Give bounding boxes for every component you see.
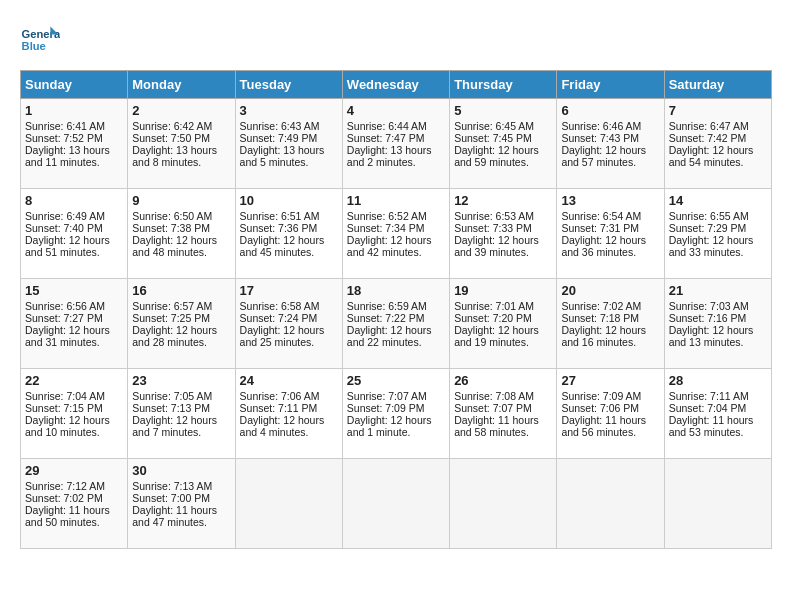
day-cell-6: 6Sunrise: 6:46 AMSunset: 7:43 PMDaylight… [557, 99, 664, 189]
day-number: 27 [561, 373, 659, 388]
daylight-label: Daylight: 13 hours and 8 minutes. [132, 144, 217, 168]
day-number: 24 [240, 373, 338, 388]
sunset-label: Sunset: 7:06 PM [561, 402, 639, 414]
daylight-label: Daylight: 12 hours and 42 minutes. [347, 234, 432, 258]
day-cell-24: 24Sunrise: 7:06 AMSunset: 7:11 PMDayligh… [235, 369, 342, 459]
day-number: 14 [669, 193, 767, 208]
logo: General Blue [20, 20, 66, 60]
empty-cell [342, 459, 449, 549]
day-cell-1: 1Sunrise: 6:41 AMSunset: 7:52 PMDaylight… [21, 99, 128, 189]
sunset-label: Sunset: 7:43 PM [561, 132, 639, 144]
day-number: 4 [347, 103, 445, 118]
daylight-label: Daylight: 12 hours and 25 minutes. [240, 324, 325, 348]
day-cell-23: 23Sunrise: 7:05 AMSunset: 7:13 PMDayligh… [128, 369, 235, 459]
day-number: 21 [669, 283, 767, 298]
empty-cell [557, 459, 664, 549]
day-number: 11 [347, 193, 445, 208]
day-number: 26 [454, 373, 552, 388]
day-cell-9: 9Sunrise: 6:50 AMSunset: 7:38 PMDaylight… [128, 189, 235, 279]
sunrise-label: Sunrise: 7:07 AM [347, 390, 427, 402]
daylight-label: Daylight: 12 hours and 39 minutes. [454, 234, 539, 258]
day-cell-26: 26Sunrise: 7:08 AMSunset: 7:07 PMDayligh… [450, 369, 557, 459]
daylight-label: Daylight: 12 hours and 10 minutes. [25, 414, 110, 438]
day-number: 20 [561, 283, 659, 298]
day-cell-7: 7Sunrise: 6:47 AMSunset: 7:42 PMDaylight… [664, 99, 771, 189]
header: General Blue [20, 20, 772, 60]
day-cell-19: 19Sunrise: 7:01 AMSunset: 7:20 PMDayligh… [450, 279, 557, 369]
daylight-label: Daylight: 11 hours and 56 minutes. [561, 414, 646, 438]
daylight-label: Daylight: 13 hours and 11 minutes. [25, 144, 110, 168]
day-number: 12 [454, 193, 552, 208]
day-number: 1 [25, 103, 123, 118]
week-row-5: 29Sunrise: 7:12 AMSunset: 7:02 PMDayligh… [21, 459, 772, 549]
day-number: 9 [132, 193, 230, 208]
sunrise-label: Sunrise: 7:11 AM [669, 390, 749, 402]
day-number: 22 [25, 373, 123, 388]
sunset-label: Sunset: 7:38 PM [132, 222, 210, 234]
sunrise-label: Sunrise: 6:50 AM [132, 210, 212, 222]
daylight-label: Daylight: 11 hours and 47 minutes. [132, 504, 217, 528]
sunset-label: Sunset: 7:34 PM [347, 222, 425, 234]
day-number: 10 [240, 193, 338, 208]
daylight-label: Daylight: 12 hours and 57 minutes. [561, 144, 646, 168]
daylight-label: Daylight: 12 hours and 51 minutes. [25, 234, 110, 258]
sunset-label: Sunset: 7:33 PM [454, 222, 532, 234]
sunrise-label: Sunrise: 7:05 AM [132, 390, 212, 402]
calendar-header: SundayMondayTuesdayWednesdayThursdayFrid… [21, 71, 772, 99]
day-cell-2: 2Sunrise: 6:42 AMSunset: 7:50 PMDaylight… [128, 99, 235, 189]
day-number: 2 [132, 103, 230, 118]
day-cell-13: 13Sunrise: 6:54 AMSunset: 7:31 PMDayligh… [557, 189, 664, 279]
day-header-saturday: Saturday [664, 71, 771, 99]
sunrise-label: Sunrise: 7:03 AM [669, 300, 749, 312]
sunrise-label: Sunrise: 6:45 AM [454, 120, 534, 132]
sunset-label: Sunset: 7:15 PM [25, 402, 103, 414]
daylight-label: Daylight: 12 hours and 48 minutes. [132, 234, 217, 258]
day-cell-22: 22Sunrise: 7:04 AMSunset: 7:15 PMDayligh… [21, 369, 128, 459]
day-cell-18: 18Sunrise: 6:59 AMSunset: 7:22 PMDayligh… [342, 279, 449, 369]
day-cell-11: 11Sunrise: 6:52 AMSunset: 7:34 PMDayligh… [342, 189, 449, 279]
day-number: 30 [132, 463, 230, 478]
sunset-label: Sunset: 7:49 PM [240, 132, 318, 144]
empty-cell [664, 459, 771, 549]
sunset-label: Sunset: 7:04 PM [669, 402, 747, 414]
sunrise-label: Sunrise: 7:12 AM [25, 480, 105, 492]
daylight-label: Daylight: 11 hours and 58 minutes. [454, 414, 539, 438]
sunset-label: Sunset: 7:00 PM [132, 492, 210, 504]
day-cell-17: 17Sunrise: 6:58 AMSunset: 7:24 PMDayligh… [235, 279, 342, 369]
day-cell-4: 4Sunrise: 6:44 AMSunset: 7:47 PMDaylight… [342, 99, 449, 189]
sunset-label: Sunset: 7:52 PM [25, 132, 103, 144]
day-number: 25 [347, 373, 445, 388]
daylight-label: Daylight: 12 hours and 7 minutes. [132, 414, 217, 438]
day-header-thursday: Thursday [450, 71, 557, 99]
day-number: 15 [25, 283, 123, 298]
sunrise-label: Sunrise: 6:46 AM [561, 120, 641, 132]
empty-cell [235, 459, 342, 549]
day-number: 5 [454, 103, 552, 118]
sunset-label: Sunset: 7:27 PM [25, 312, 103, 324]
sunset-label: Sunset: 7:36 PM [240, 222, 318, 234]
daylight-label: Daylight: 12 hours and 31 minutes. [25, 324, 110, 348]
day-header-monday: Monday [128, 71, 235, 99]
sunrise-label: Sunrise: 7:01 AM [454, 300, 534, 312]
daylight-label: Daylight: 12 hours and 33 minutes. [669, 234, 754, 258]
day-number: 28 [669, 373, 767, 388]
day-cell-8: 8Sunrise: 6:49 AMSunset: 7:40 PMDaylight… [21, 189, 128, 279]
sunset-label: Sunset: 7:02 PM [25, 492, 103, 504]
day-number: 3 [240, 103, 338, 118]
sunset-label: Sunset: 7:13 PM [132, 402, 210, 414]
day-number: 18 [347, 283, 445, 298]
daylight-label: Daylight: 13 hours and 5 minutes. [240, 144, 325, 168]
day-number: 7 [669, 103, 767, 118]
sunrise-label: Sunrise: 6:57 AM [132, 300, 212, 312]
day-number: 23 [132, 373, 230, 388]
sunset-label: Sunset: 7:11 PM [240, 402, 318, 414]
sunset-label: Sunset: 7:09 PM [347, 402, 425, 414]
daylight-label: Daylight: 12 hours and 16 minutes. [561, 324, 646, 348]
day-cell-3: 3Sunrise: 6:43 AMSunset: 7:49 PMDaylight… [235, 99, 342, 189]
calendar-body: 1Sunrise: 6:41 AMSunset: 7:52 PMDaylight… [21, 99, 772, 549]
sunset-label: Sunset: 7:29 PM [669, 222, 747, 234]
day-header-friday: Friday [557, 71, 664, 99]
day-cell-10: 10Sunrise: 6:51 AMSunset: 7:36 PMDayligh… [235, 189, 342, 279]
sunrise-label: Sunrise: 6:51 AM [240, 210, 320, 222]
sunrise-label: Sunrise: 7:09 AM [561, 390, 641, 402]
